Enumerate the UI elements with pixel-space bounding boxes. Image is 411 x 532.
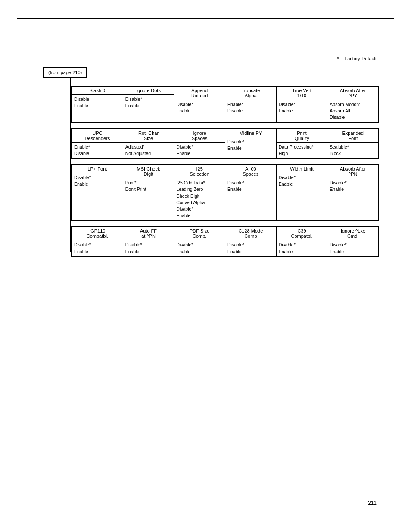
cell-slash0: Slash 0 Disable* Enable (72, 87, 123, 122)
row-group-3: LP+ Font Disable* Enable MSI Check Digit… (71, 164, 379, 221)
cell-expanded-font-options: Scalable* Block (327, 143, 378, 158)
cell-c39-compat-title: C39 Compatbl. (277, 227, 327, 240)
cell-lp-font: LP+ Font Disable* Enable (72, 165, 123, 220)
cell-ignore-lxx: Ignore ^Lxx Cmd. Disable* Enable (327, 227, 378, 256)
cell-true-vert-options: Disable* Enable (277, 100, 327, 115)
cell-midline-py-title: Midline PY (225, 129, 276, 137)
cell-rot-char-size-options: Adjusted* Not Adjusted (123, 143, 174, 158)
cell-absorb-after-py-title: Absorb After ^PY (327, 87, 378, 100)
cell-expanded-font-title: Expanded Font (327, 129, 378, 143)
cell-auto-ff-options: Disable* Enable (123, 240, 174, 256)
cell-upc-desc: UPC Descenders Enable* Disable (72, 129, 123, 158)
cell-rot-char-size-title: Rot. Char Size (123, 129, 174, 143)
cell-auto-ff-title: Auto FF at ^PN (123, 227, 174, 240)
cell-ai00-spaces-title: AI 00 Spaces (225, 165, 276, 178)
cell-expanded-font: Expanded Font Scalable* Block (327, 129, 378, 158)
cell-igp110: IGP110 Compatbl. Disable* Enable (72, 227, 123, 256)
cell-pdf-size-title: PDF Size Comp. (174, 227, 225, 240)
cell-append-rotated-options: Disable* Enable (174, 100, 225, 115)
cell-upc-desc-options: Enable* Disable (72, 143, 123, 158)
cell-c128-mode: C128 Mode Comp Disable* Enable (225, 227, 277, 256)
cell-pdf-size-options: Disable* Enable (174, 240, 225, 256)
cell-c39-compat-options: Disable* Enable (277, 240, 327, 256)
cell-i25-sel: I25 Selection I25 Odd Data* Leading Zero… (174, 165, 225, 220)
cell-true-vert-title: True Vert 1/10 (277, 87, 327, 100)
cell-truncate-alpha-title: Truncate Alpha (225, 87, 276, 100)
cell-igp110-title: IGP110 Compatbl. (72, 227, 123, 240)
cell-append-rotated: Append Rotated Disable* Enable (174, 87, 225, 122)
cell-i25-sel-title: I25 Selection (174, 165, 225, 178)
row4-header: IGP110 Compatbl. Disable* Enable Auto FF… (71, 226, 379, 257)
cell-msi-check-options: Print* Don't Print (123, 178, 174, 194)
cell-truncate-alpha: Truncate Alpha Enable* Disable (225, 87, 277, 122)
cell-lp-font-title: LP+ Font (72, 165, 123, 173)
cell-rot-char-size: Rot. Char Size Adjusted* Not Adjusted (123, 129, 174, 158)
cell-upc-desc-title: UPC Descenders (72, 129, 123, 143)
cell-i25-sel-options: I25 Odd Data* Leading Zero Check Digit C… (174, 178, 225, 220)
cell-igp110-options: Disable* Enable (72, 240, 123, 256)
page-number: 211 (368, 500, 377, 506)
cell-lp-font-options: Disable* Enable (72, 173, 123, 189)
diagram-container: (from page 210) Slash 0 Disable* Enable … (43, 67, 379, 257)
cell-width-limit-options: Disable* Enable (277, 173, 327, 189)
cell-true-vert: True Vert 1/10 Disable* Enable (277, 87, 328, 122)
cell-ignore-lxx-title: Ignore ^Lxx Cmd. (327, 227, 378, 240)
cell-absorb-after-py-options: Absorb Motion* Absorb All Disable (327, 100, 378, 122)
cell-ignore-dots-title: Ignore Dots (123, 87, 174, 95)
cell-absorb-after-pn-options: Disable* Enable (327, 178, 378, 194)
cell-absorb-after-pn: Absorb After ^PN Disable* Enable (327, 165, 378, 220)
cell-auto-ff: Auto FF at ^PN Disable* Enable (123, 227, 174, 256)
cell-append-rotated-title: Append Rotated (174, 87, 225, 100)
cell-print-quality-title: Print Quality (277, 129, 327, 143)
cell-truncate-alpha-options: Enable* Disable (225, 100, 276, 115)
cell-width-limit: Width Limit Disable* Enable (277, 165, 328, 220)
row1-header: Slash 0 Disable* Enable Ignore Dots Disa… (71, 86, 379, 123)
cell-midline-py-options: Disable* Enable (225, 137, 276, 153)
factory-default-label: * = Factory Default (337, 56, 377, 61)
cell-ignore-dots: Ignore Dots Disable* Enable (123, 87, 174, 122)
cell-print-quality-options: Data Processing* High (277, 143, 327, 158)
cell-slash0-title: Slash 0 (72, 87, 123, 95)
cell-ignore-lxx-options: Disable* Enable (327, 240, 378, 256)
cell-msi-check-title: MSI Check Digit (123, 165, 174, 178)
cell-ignore-spaces-options: Disable* Enable (174, 143, 225, 158)
cell-msi-check: MSI Check Digit Print* Don't Print (123, 165, 174, 220)
cell-ignore-spaces-title: Ignore Spaces (174, 129, 225, 143)
cell-c128-mode-options: Disable* Enable (225, 240, 276, 256)
cell-ignore-dots-options: Disable* Enable (123, 95, 174, 110)
cell-c39-compat: C39 Compatbl. Disable* Enable (277, 227, 328, 256)
row-group-2: UPC Descenders Enable* Disable Rot. Char… (71, 128, 379, 159)
cell-ai00-spaces-options: Disable* Enable (225, 178, 276, 194)
cell-midline-py: Midline PY Disable* Enable (225, 129, 277, 158)
cell-absorb-after-py: Absorb After ^PY Absorb Motion* Absorb A… (327, 87, 378, 122)
row2-header: UPC Descenders Enable* Disable Rot. Char… (71, 128, 379, 159)
row3-header: LP+ Font Disable* Enable MSI Check Digit… (71, 164, 379, 221)
from-page-box: (from page 210) (43, 67, 87, 78)
top-line (17, 18, 394, 19)
cell-pdf-size: PDF Size Comp. Disable* Enable (174, 227, 225, 256)
row-group-4: IGP110 Compatbl. Disable* Enable Auto FF… (71, 226, 379, 257)
cell-width-limit-title: Width Limit (277, 165, 327, 173)
cell-absorb-after-pn-title: Absorb After ^PN (327, 165, 378, 178)
cell-slash0-options: Disable* Enable (72, 95, 123, 110)
cell-c128-mode-title: C128 Mode Comp (225, 227, 276, 240)
row-group-1: Slash 0 Disable* Enable Ignore Dots Disa… (71, 86, 379, 123)
cell-ignore-spaces: Ignore Spaces Disable* Enable (174, 129, 225, 158)
cell-ai00-spaces: AI 00 Spaces Disable* Enable (225, 165, 277, 220)
cell-print-quality: Print Quality Data Processing* High (277, 129, 328, 158)
